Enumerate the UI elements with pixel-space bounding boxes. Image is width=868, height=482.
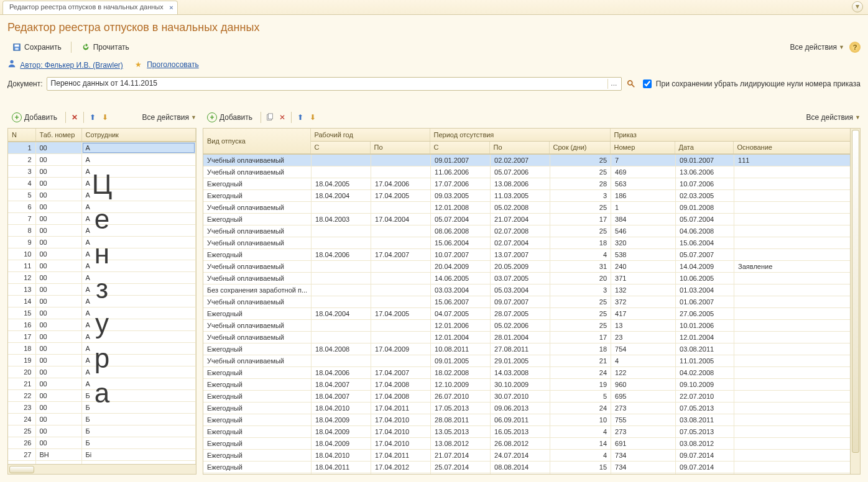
window-tab[interactable]: Редактор реестра отпусков в начальных да…	[2, 1, 178, 14]
help-button[interactable]: ?	[849, 42, 861, 53]
cell-abs-to[interactable]: 09.06.2013	[491, 402, 550, 414]
table-row[interactable]: Ежегодный18.04.201017.04.201121.07.20142…	[203, 450, 860, 462]
table-row[interactable]: 1900А	[8, 355, 196, 366]
all-actions-main[interactable]: Все действия ▼	[790, 43, 844, 52]
cell-date[interactable]: 10.01.2006	[676, 320, 734, 332]
cell-date[interactable]: 14.04.2009	[676, 261, 734, 273]
cell-wy-to[interactable]	[371, 166, 431, 178]
cell-wy-to[interactable]: 17.04.2006	[371, 178, 431, 190]
cell-emp[interactable]: Б	[81, 437, 196, 449]
table-row[interactable]: 1700А	[8, 331, 196, 343]
cell-abs-from[interactable]: 09.01.2005	[431, 355, 491, 367]
cell-type[interactable]: Учебный оплачиваемый	[203, 225, 312, 237]
cell-emp[interactable]: А	[81, 319, 196, 331]
cell-days[interactable]: 18	[550, 237, 611, 249]
vote-link[interactable]: Проголосовать	[147, 60, 199, 69]
cell-emp[interactable]: Бі	[81, 449, 196, 461]
cell-date[interactable]: 11.01.2005	[676, 355, 734, 367]
cell-days[interactable]: 4	[550, 450, 611, 462]
cell-date[interactable]: 04.02.2008	[676, 367, 734, 379]
cell-wy-to[interactable]: 17.04.2007	[371, 367, 431, 379]
col-tab[interactable]: Таб. номер	[35, 129, 81, 141]
cell-days[interactable]: 11	[550, 473, 611, 475]
table-row[interactable]: Ежегодный18.04.201117.04.201225.07.20140…	[203, 462, 860, 473]
table-row[interactable]: Учебный оплачиваемый09.01.200702.02.2007…	[203, 155, 860, 166]
cell-wy-to[interactable]	[371, 284, 431, 296]
cell-wy-to[interactable]: 17.04.2007	[371, 249, 431, 261]
cell-n[interactable]: 6	[8, 201, 35, 213]
cell-wy-from[interactable]	[312, 166, 371, 178]
cell-date[interactable]: 15.06.2004	[676, 237, 734, 249]
cell-days[interactable]: 25	[550, 308, 611, 320]
cell-days[interactable]: 4	[550, 249, 611, 261]
cell-emp[interactable]: А	[81, 189, 196, 201]
cell-num[interactable]: 23	[611, 332, 676, 343]
cell-abs-from[interactable]: 10.08.2011	[431, 343, 491, 355]
table-row[interactable]: Ежегодный18.04.200917.04.201028.08.20110…	[203, 414, 860, 426]
cell-tab[interactable]: 00	[35, 307, 81, 319]
cell-basis[interactable]	[734, 391, 860, 402]
cell-abs-from[interactable]: 12.10.2009	[431, 379, 491, 391]
cell-n[interactable]: 23	[8, 402, 35, 414]
cell-tab[interactable]: 00	[35, 331, 81, 343]
cell-abs-to[interactable]: 11.03.2005	[491, 190, 550, 202]
cell-num[interactable]: 320	[611, 237, 676, 249]
cell-basis[interactable]	[734, 225, 860, 237]
col-emp[interactable]: Сотрудник	[81, 129, 196, 141]
cell-abs-from[interactable]: 12.01.2004	[431, 332, 491, 343]
col-wy-from[interactable]: С	[310, 141, 370, 153]
table-row[interactable]: 100А	[8, 142, 196, 154]
employees-all-actions[interactable]: Все действия ▼	[142, 113, 196, 122]
table-row[interactable]: 500А	[8, 189, 196, 201]
cell-wy-from[interactable]	[312, 237, 371, 249]
cell-tab[interactable]: 00	[35, 296, 81, 307]
table-row[interactable]: 1500А	[8, 307, 196, 319]
cell-emp[interactable]: А	[81, 355, 196, 366]
cell-basis[interactable]	[734, 249, 860, 261]
cell-n[interactable]: 9	[8, 237, 35, 248]
cell-type[interactable]: Ежегодный	[203, 214, 312, 225]
cell-tab[interactable]: 00	[35, 237, 81, 248]
cell-type[interactable]: Ежегодный	[203, 367, 312, 379]
table-row[interactable]: Без сохранения заработной п...03.03.2004…	[203, 284, 860, 296]
cell-days[interactable]: 25	[550, 320, 611, 332]
table-row[interactable]: Учебный оплачиваемый15.06.200402.07.2004…	[203, 237, 860, 249]
cell-wy-from[interactable]: 18.04.2009	[312, 438, 371, 450]
cell-wy-from[interactable]	[312, 332, 371, 343]
cell-n[interactable]: 27	[8, 449, 35, 461]
cell-basis[interactable]	[734, 450, 860, 462]
cell-n[interactable]: 7	[8, 213, 35, 225]
cell-wy-from[interactable]	[312, 355, 371, 367]
cell-n[interactable]: 4	[8, 178, 35, 189]
cell-num[interactable]: 538	[611, 249, 676, 261]
cell-basis[interactable]	[734, 355, 860, 367]
cell-basis[interactable]: 111	[734, 155, 860, 166]
cell-type[interactable]: Без сохранения заработной п...	[203, 284, 312, 296]
cell-n[interactable]: 19	[8, 355, 35, 366]
cell-wy-from[interactable]: 18.04.2007	[312, 379, 371, 391]
col-n[interactable]: N	[8, 129, 35, 141]
move-up-icon[interactable]: ⬆	[88, 112, 98, 122]
cell-emp[interactable]: А	[81, 307, 196, 319]
cell-emp[interactable]: А	[81, 201, 196, 213]
cell-wy-from[interactable]: 18.04.2006	[312, 249, 371, 261]
cell-num[interactable]: 384	[611, 214, 676, 225]
cell-emp[interactable]: А	[81, 178, 196, 189]
cell-date[interactable]: 01.03.2004	[676, 284, 734, 296]
close-icon[interactable]: ×	[169, 4, 173, 11]
cell-num[interactable]: 132	[611, 284, 676, 296]
table-row[interactable]: Учебный оплачиваемый15.06.200709.07.2007…	[203, 296, 860, 308]
cell-wy-to[interactable]: 17.04.2012	[371, 462, 431, 473]
cell-abs-to[interactable]: 05.02.2006	[491, 320, 550, 332]
cell-num[interactable]: 884	[611, 473, 676, 475]
vacations-grid[interactable]: Вид отпуска Рабочий год Период отсутстви…	[203, 128, 861, 475]
table-row[interactable]: Учебный оплачиваемый12.01.200605.02.2006…	[203, 320, 860, 332]
table-row[interactable]: 2100А	[8, 378, 196, 390]
cell-basis[interactable]	[734, 473, 860, 475]
table-row[interactable]: Учебный оплачиваемый20.04.200920.05.2009…	[203, 261, 860, 273]
cell-emp[interactable]: А	[81, 248, 196, 260]
cell-emp[interactable]: А	[81, 154, 196, 166]
cell-days[interactable]: 19	[550, 379, 611, 391]
table-row[interactable]: Ежегодный18.04.200817.04.200910.08.20112…	[203, 343, 860, 355]
cell-n[interactable]: 10	[8, 248, 35, 260]
